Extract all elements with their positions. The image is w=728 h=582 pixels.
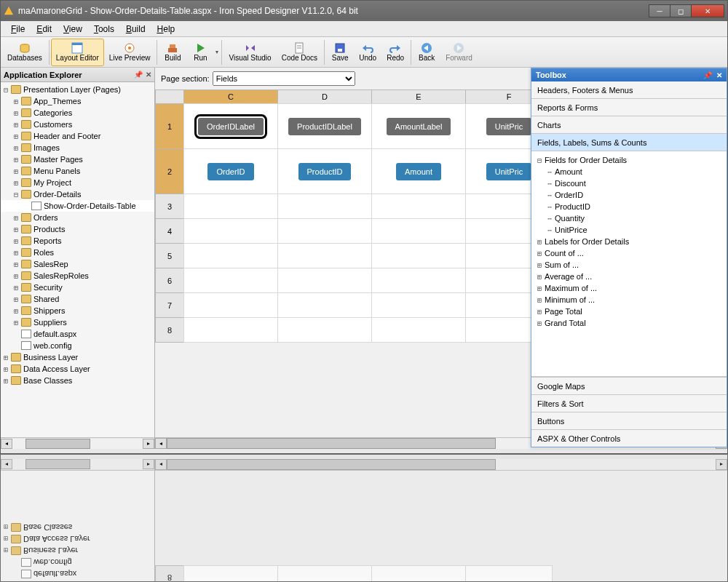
toolbox-item[interactable]: ⋯UnitPrice — [531, 224, 727, 236]
row-header[interactable]: 6 — [155, 268, 184, 293]
row-header[interactable]: 7 — [155, 292, 184, 318]
toolbox-item[interactable]: ⊞Count of ... — [531, 247, 727, 259]
field-chip[interactable]: ProductID — [298, 163, 352, 180]
toolbox-item[interactable]: ⋯Quantity — [531, 212, 727, 224]
field-label-chip[interactable]: OrderIDLabel — [198, 118, 264, 135]
explorer-scrollbar[interactable]: ◂ ▸ — [1, 459, 154, 471]
toolbox-item[interactable]: ⊞Grand Total — [531, 317, 727, 329]
scroll-right-icon[interactable]: ▸ — [143, 460, 154, 470]
scroll-right-icon[interactable]: ▸ — [143, 439, 154, 449]
grid-cell[interactable] — [371, 565, 466, 582]
row-header[interactable]: 2 — [155, 148, 184, 194]
redo-button[interactable]: Redo — [381, 39, 409, 66]
grid-cell[interactable] — [183, 268, 278, 293]
close-button[interactable]: ✕ — [691, 4, 724, 17]
toolbox-category[interactable]: Headers, Footers & Menus — [531, 81, 727, 99]
toolbox-item[interactable]: ⋯ProductID — [531, 201, 727, 212]
grid-cell[interactable] — [277, 268, 372, 293]
toolbox-category[interactable]: ASPX & Other Controls — [531, 429, 727, 447]
grid-cell[interactable]: OrderID — [183, 148, 278, 194]
tree-node[interactable]: ⊞SalesRep — [1, 258, 154, 270]
build-button[interactable]: Build — [159, 39, 186, 66]
tree-node[interactable]: ⊞Business Layer — [1, 351, 154, 363]
grid-scrollbar[interactable]: ◂▸ — [155, 459, 727, 471]
tree-node[interactable]: ⊞Security — [1, 282, 154, 293]
field-label-chip[interactable]: ProductIDLabel — [288, 118, 361, 135]
field-chip[interactable]: OrderID — [207, 163, 253, 180]
scroll-right-icon[interactable]: ▸ — [716, 459, 727, 470]
field-label-chip[interactable]: UnitPric — [486, 118, 532, 135]
menu-view[interactable]: View — [58, 23, 88, 36]
grid-cell[interactable] — [277, 292, 372, 318]
grid-cell[interactable] — [183, 317, 278, 343]
toolbox-category[interactable]: Filters & Sort — [531, 394, 727, 412]
tree-node[interactable]: ⊞Reports — [1, 235, 154, 247]
grid-cell[interactable]: ProductID — [277, 148, 372, 194]
grid-cell[interactable] — [371, 218, 466, 244]
grid-cell[interactable] — [277, 218, 372, 244]
explorer-scrollbar[interactable]: ◂ ▸ — [1, 437, 154, 449]
back-button[interactable]: Back — [413, 39, 440, 66]
pin-icon[interactable]: 📌 — [703, 71, 712, 79]
toolbox-item[interactable]: ⊞Average of ... — [531, 271, 727, 282]
toolbox-item[interactable]: ⊞Maximum of ... — [531, 282, 727, 294]
code-docs-button[interactable]: Code Docs — [277, 39, 323, 66]
tree-node[interactable]: ⊞SalesRepRoles — [1, 270, 154, 282]
toolbox-category[interactable]: Buttons — [531, 412, 727, 429]
tree-node[interactable]: ⊞Header and Footer — [1, 130, 154, 142]
grid-cell[interactable] — [371, 194, 466, 219]
grid-cell[interactable] — [371, 268, 466, 293]
grid-cell[interactable] — [183, 194, 278, 219]
run-button[interactable]: Run — [186, 39, 214, 66]
toolbox-tree[interactable]: ⊟Fields for Order Details⋯Amount⋯Discoun… — [531, 151, 727, 377]
row-header[interactable]: 1 — [155, 103, 184, 149]
tree-node[interactable]: ⊞Orders — [1, 212, 154, 223]
grid-cell[interactable] — [277, 243, 372, 268]
grid-cell[interactable] — [277, 565, 372, 582]
scroll-left-icon[interactable]: ◂ — [155, 438, 167, 449]
tree-node[interactable]: ⊞Master Pages — [1, 154, 154, 165]
toolbox-item[interactable]: ⊞Sum of ... — [531, 259, 727, 271]
tree-node[interactable]: ⊞Menu Panels — [1, 165, 154, 177]
menu-tools[interactable]: Tools — [88, 23, 120, 36]
tree-node[interactable]: web.config — [1, 557, 154, 568]
tree-node[interactable]: ⊞App_Themes — [1, 95, 154, 107]
toolbox-item[interactable]: ⊞Labels for Order Details — [531, 236, 727, 247]
toolbox-item[interactable]: ⋯Amount — [531, 166, 727, 178]
menu-file[interactable]: File — [5, 23, 31, 36]
tree-node[interactable]: default.aspx — [1, 328, 154, 340]
toolbox-category[interactable]: Charts — [531, 116, 727, 134]
row-header[interactable]: 5 — [155, 243, 184, 268]
row-header[interactable]: 3 — [155, 194, 184, 219]
toolbox-item[interactable]: ⋯Discount — [531, 178, 727, 189]
tree-node[interactable]: ⊞Images — [1, 142, 154, 154]
grid-cell[interactable] — [183, 292, 278, 318]
grid-cell[interactable] — [371, 317, 466, 343]
grid-cell[interactable] — [371, 243, 466, 268]
grid-cell[interactable] — [183, 243, 278, 268]
save-button[interactable]: Save — [326, 39, 354, 66]
tree-node[interactable]: ⊞Suppliers — [1, 316, 154, 328]
close-panel-icon[interactable]: ✕ — [146, 71, 151, 79]
toolbox-category[interactable]: Google Maps — [531, 377, 727, 394]
tree-node[interactable]: ⊞Data Access Layer — [1, 533, 154, 545]
column-header[interactable]: E — [371, 89, 466, 104]
column-header[interactable]: D — [277, 89, 372, 104]
toolbox-item[interactable]: ⋯OrderID — [531, 189, 727, 201]
column-header[interactable]: C — [183, 89, 278, 104]
toolbox-item[interactable]: ⊟Fields for Order Details — [531, 154, 727, 166]
field-chip[interactable]: UnitPric — [486, 163, 532, 180]
grid-cell[interactable] — [371, 292, 466, 318]
maximize-button[interactable]: ◻ — [670, 4, 692, 17]
tree-node[interactable]: ⊞Customers — [1, 119, 154, 130]
row-header[interactable]: 8 — [155, 317, 184, 343]
explorer-tree[interactable]: ⊟Presentation Layer (Pages)⊞App_Themes⊞C… — [1, 82, 154, 437]
tree-node[interactable]: ⊞Business Layer — [1, 545, 154, 557]
column-header[interactable] — [155, 89, 184, 104]
pin-icon[interactable]: 📌 — [134, 71, 143, 79]
tree-node[interactable]: ⊞Products — [1, 223, 154, 235]
tree-node[interactable]: ⊟Presentation Layer (Pages) — [1, 84, 154, 95]
tree-node[interactable]: ⊞Shippers — [1, 305, 154, 316]
grid-cell[interactable] — [277, 194, 372, 219]
minimize-button[interactable]: ─ — [649, 4, 670, 17]
